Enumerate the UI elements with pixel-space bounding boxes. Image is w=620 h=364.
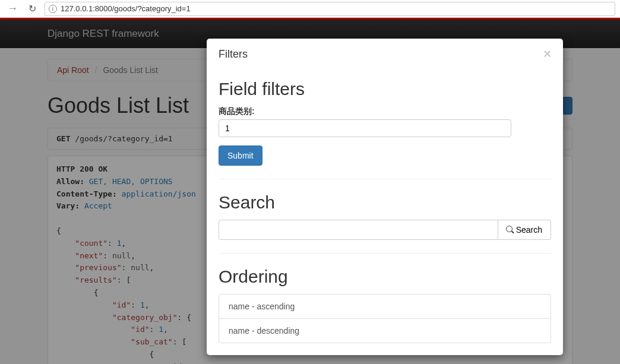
ordering-list: name - ascending name - descending — [219, 294, 551, 343]
filters-modal: Filters × Field filters 商品类别: Submit Sea… — [207, 39, 563, 355]
info-icon: i — [49, 5, 57, 13]
search-icon — [507, 226, 514, 233]
browser-toolbar: → ↻ i 127.0.0.1:8000/goods/?category_id=… — [0, 0, 620, 18]
ordering-heading: Ordering — [219, 267, 551, 287]
search-button[interactable]: Search — [498, 220, 551, 240]
modal-title: Filters — [219, 48, 248, 61]
divider — [219, 179, 551, 179]
divider — [219, 253, 551, 254]
address-bar[interactable]: i 127.0.0.1:8000/goods/?category_id=1 — [45, 2, 615, 16]
modal-header: Filters × — [207, 39, 563, 69]
url-text: 127.0.0.1:8000/goods/?category_id=1 — [61, 4, 191, 13]
field-filters-heading: Field filters — [219, 79, 551, 99]
category-label: 商品类别: — [219, 106, 551, 117]
search-input[interactable] — [219, 220, 498, 240]
submit-button[interactable]: Submit — [219, 145, 262, 166]
search-button-label: Search — [516, 225, 542, 235]
reload-icon[interactable]: ↻ — [25, 2, 40, 15]
forward-icon[interactable]: → — [5, 1, 20, 16]
ordering-desc[interactable]: name - descending — [219, 319, 551, 343]
ordering-asc[interactable]: name - ascending — [219, 295, 551, 319]
close-icon[interactable]: × — [543, 48, 551, 61]
search-heading: Search — [219, 192, 551, 213]
category-input[interactable] — [219, 119, 511, 137]
